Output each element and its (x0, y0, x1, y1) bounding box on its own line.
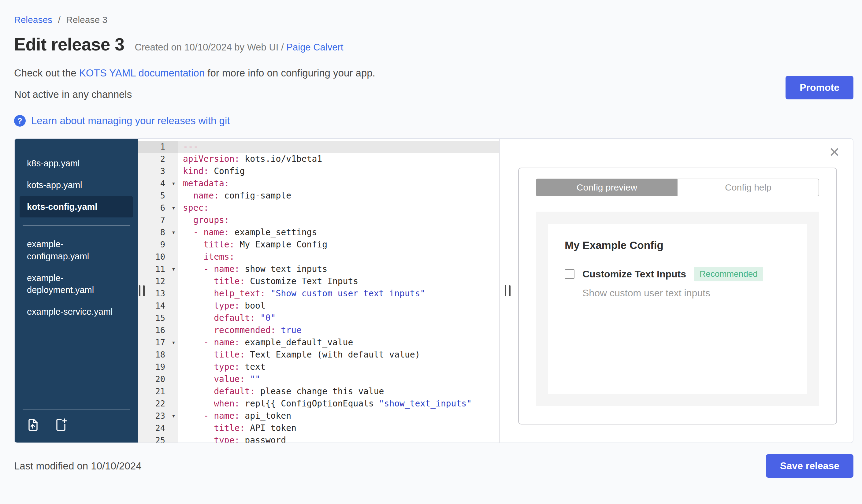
code-text: items: (178, 251, 499, 263)
code-line-22[interactable]: 22 when: repl{{ ConfigOptionEquals "show… (138, 398, 499, 410)
breadcrumb-releases-link[interactable]: Releases (14, 15, 52, 25)
code-line-2[interactable]: 2apiVersion: kots.io/v1beta1 (138, 153, 499, 165)
line-number: 16 (138, 324, 178, 336)
line-number: 21 (138, 385, 178, 398)
line-number: 24 (138, 422, 178, 434)
line-number: 5 (138, 190, 178, 202)
line-number: 14 (138, 300, 178, 312)
file-sidebar: k8s-app.yamlkots-app.yamlkots-config.yam… (15, 139, 138, 442)
fold-arrow-icon[interactable]: ▾ (172, 202, 175, 214)
config-item-help-text: Show custom user text inputs (583, 288, 791, 299)
line-number: 9 (138, 239, 178, 251)
line-number: 22 (138, 398, 178, 410)
fold-arrow-icon[interactable]: ▾ (172, 263, 175, 275)
line-number: 23▾ (138, 410, 178, 422)
workspace: k8s-app.yamlkots-app.yamlkots-config.yam… (14, 138, 853, 443)
code-text: default: "0" (178, 312, 499, 324)
code-text: title: My Example Config (178, 239, 499, 251)
code-line-1[interactable]: 1--- (138, 141, 499, 153)
sidebar-file-kots-config.yaml[interactable]: kots-config.yaml (19, 196, 133, 217)
fold-arrow-icon[interactable]: ▾ (172, 410, 175, 422)
sidebar-file-example-service.yaml[interactable]: example-service.yaml (19, 301, 133, 322)
resize-handle-left[interactable] (139, 285, 145, 296)
yaml-editor[interactable]: 1---2apiVersion: kots.io/v1beta13kind: C… (138, 139, 499, 442)
code-text: groups: (178, 214, 499, 226)
kots-yaml-doc-link[interactable]: KOTS YAML documentation (79, 67, 205, 79)
code-line-11[interactable]: 11▾ - name: show_text_inputs (138, 263, 499, 275)
code-line-13[interactable]: 13 help_text: "Show custom user text inp… (138, 288, 499, 300)
code-line-14[interactable]: 14 type: bool (138, 300, 499, 312)
code-lines: 1---2apiVersion: kots.io/v1beta13kind: C… (138, 141, 499, 442)
save-release-button[interactable]: Save release (766, 454, 853, 478)
code-line-17[interactable]: 17▾ - name: example_default_value (138, 336, 499, 349)
code-text: name: config-sample (178, 190, 499, 202)
close-icon[interactable]: ✕ (829, 146, 840, 159)
sidebar-file-example-deployment.yaml[interactable]: example-deployment.yaml (19, 268, 133, 301)
tab-config-help[interactable]: Config help (677, 178, 819, 196)
line-number: 2 (138, 153, 178, 165)
line-number: 3 (138, 165, 178, 177)
footer: Last modified on 10/10/2024 Save release (14, 454, 853, 478)
code-line-18[interactable]: 18 title: Text Example (with default val… (138, 349, 499, 361)
code-text: kind: Config (178, 165, 499, 177)
code-line-15[interactable]: 15 default: "0" (138, 312, 499, 324)
title-row: Edit release 3 Created on 10/10/2024 by … (14, 34, 853, 54)
line-number: 6▾ (138, 202, 178, 214)
sidebar-file-list-top: k8s-app.yamlkots-app.yamlkots-config.yam… (15, 152, 138, 218)
code-line-4[interactable]: 4▾metadata: (138, 177, 499, 190)
code-text: type: text (178, 361, 499, 373)
breadcrumb-current: Release 3 (66, 15, 107, 25)
code-text: spec: (178, 202, 499, 214)
code-line-5[interactable]: 5 name: config-sample (138, 190, 499, 202)
tab-config-preview[interactable]: Config preview (536, 178, 678, 196)
code-line-9[interactable]: 9 title: My Example Config (138, 239, 499, 251)
line-number: 11▾ (138, 263, 178, 275)
doc-text-pre: Check out the (14, 67, 79, 79)
recommended-badge: Recommended (694, 267, 763, 281)
line-number: 8▾ (138, 226, 178, 239)
code-text: metadata: (178, 177, 499, 190)
code-text: - name: api_token (178, 410, 499, 422)
fold-arrow-icon[interactable]: ▾ (172, 177, 175, 190)
resize-handle-right[interactable] (505, 285, 511, 296)
fold-arrow-icon[interactable]: ▾ (172, 226, 175, 239)
code-text: apiVersion: kots.io/v1beta1 (178, 153, 499, 165)
promote-button[interactable]: Promote (785, 76, 853, 100)
fold-arrow-icon[interactable]: ▾ (172, 336, 175, 349)
config-body: My Example Config Customize Text Inputs … (536, 212, 819, 406)
last-modified-text: Last modified on 10/10/2024 (14, 460, 141, 472)
import-file-icon[interactable] (26, 417, 40, 432)
code-line-3[interactable]: 3kind: Config (138, 165, 499, 177)
code-text: help_text: "Show custom user text inputs… (178, 288, 499, 300)
breadcrumb-separator: / (58, 15, 60, 25)
config-group-heading: My Example Config (565, 239, 791, 251)
code-text: title: Customize Text Inputs (178, 275, 499, 288)
author-link[interactable]: Paige Calvert (286, 42, 343, 53)
code-line-12[interactable]: 12 title: Customize Text Inputs (138, 275, 499, 288)
code-line-24[interactable]: 24 title: API token (138, 422, 499, 434)
code-line-25[interactable]: 25 type: password (138, 434, 499, 442)
git-releases-link[interactable]: Learn about managing your releases with … (31, 115, 230, 127)
code-line-6[interactable]: 6▾spec: (138, 202, 499, 214)
code-line-23[interactable]: 23▾ - name: api_token (138, 410, 499, 422)
code-line-7[interactable]: 7 groups: (138, 214, 499, 226)
config-preview-pane: ✕ Config previewConfig help My Example C… (499, 139, 853, 442)
breadcrumb: Releases / Release 3 (14, 15, 853, 25)
sidebar-file-k8s-app.yaml[interactable]: k8s-app.yaml (19, 153, 133, 174)
code-text: title: API token (178, 422, 499, 434)
add-file-icon[interactable] (54, 417, 68, 432)
doc-line: Check out the KOTS YAML documentation fo… (14, 67, 853, 79)
sidebar-file-kots-app.yaml[interactable]: kots-app.yaml (19, 175, 133, 196)
code-line-8[interactable]: 8▾ - name: example_settings (138, 226, 499, 239)
page-title: Edit release 3 (14, 34, 125, 54)
code-line-16[interactable]: 16 recommended: true (138, 324, 499, 336)
code-line-19[interactable]: 19 type: text (138, 361, 499, 373)
config-item-row: Customize Text Inputs Recommended (565, 267, 791, 281)
code-line-10[interactable]: 10 items: (138, 251, 499, 263)
help-question-icon: ? (14, 115, 26, 127)
code-line-20[interactable]: 20 value: "" (138, 373, 499, 385)
customize-text-inputs-checkbox[interactable] (565, 269, 574, 279)
release-editor-page: Releases / Release 3 Edit release 3 Crea… (0, 0, 862, 478)
sidebar-file-example-configmap.yaml[interactable]: example-configmap.yaml (19, 234, 133, 267)
code-line-21[interactable]: 21 default: please change this value (138, 385, 499, 398)
